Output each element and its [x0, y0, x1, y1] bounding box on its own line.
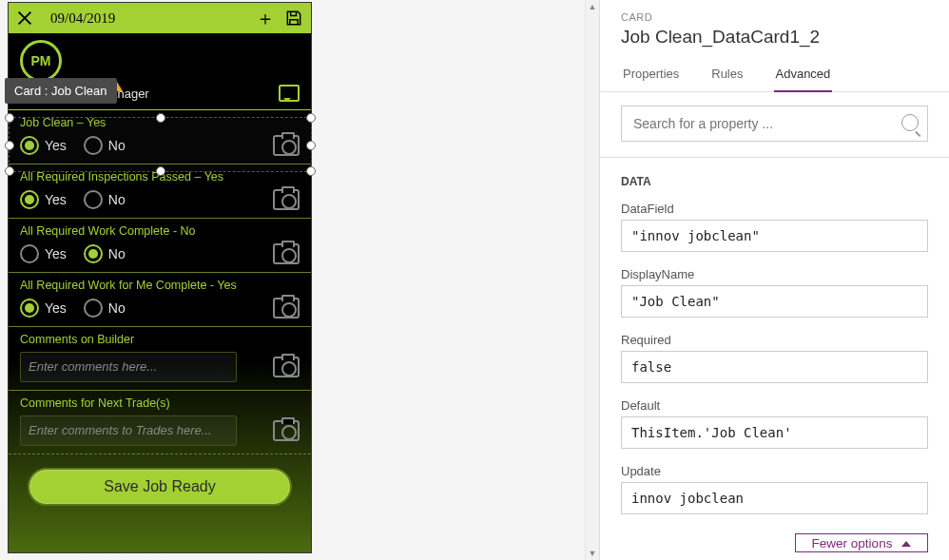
- pm-row: PM: [9, 33, 311, 81]
- selection-tooltip: Card : Job Clean: [5, 78, 117, 104]
- pane-caption: CARD: [621, 11, 928, 23]
- properties-pane: CARD Job Clean_DataCard1_2 Properties Ru…: [599, 0, 949, 560]
- field-label: All Required Work Complete - No: [20, 224, 300, 238]
- prop-label: Update: [621, 464, 928, 478]
- scroll-up-icon[interactable]: ▲: [586, 0, 599, 13]
- resize-handle[interactable]: [5, 141, 14, 150]
- comments-trades-input[interactable]: Enter comments to Trades here...: [20, 415, 237, 446]
- radio-yes[interactable]: Yes: [20, 190, 67, 209]
- radio-no[interactable]: No: [84, 244, 126, 263]
- resize-handle[interactable]: [156, 113, 165, 123]
- resize-handle[interactable]: [306, 113, 316, 123]
- prop-default: Default: [600, 393, 949, 458]
- prop-required-input[interactable]: [621, 351, 928, 383]
- tabs: Properties Rules Advanced: [600, 59, 949, 92]
- save-job-ready-button[interactable]: Save Job Ready: [28, 468, 292, 506]
- chevron-up-icon: [901, 536, 911, 547]
- prop-default-input[interactable]: [621, 416, 928, 449]
- selection-overlay[interactable]: [9, 117, 312, 172]
- section-data: DATA: [600, 157, 949, 196]
- pane-title: Job Clean_DataCard1_2: [621, 27, 928, 48]
- field-comments-trades: Comments for Next Trade(s) Enter comment…: [9, 391, 311, 454]
- camera-icon[interactable]: [273, 357, 300, 377]
- save-icon[interactable]: [284, 9, 303, 28]
- resize-handle[interactable]: [306, 166, 316, 176]
- preview-area: 09/04/2019 ＋ PM ★ ★ ★ ★ HR Manager Job C…: [0, 0, 599, 560]
- search-input[interactable]: [621, 106, 928, 142]
- prop-displayname: DisplayName: [600, 261, 949, 327]
- tab-advanced[interactable]: Advanced: [774, 59, 833, 92]
- prop-datafield-input[interactable]: [621, 220, 928, 252]
- camera-icon[interactable]: [273, 298, 300, 319]
- radio-yes[interactable]: Yes: [20, 244, 67, 263]
- field-comments-builder: Comments on Builder Enter comments here.…: [9, 327, 311, 391]
- resize-handle[interactable]: [5, 166, 14, 176]
- close-icon[interactable]: [16, 10, 33, 27]
- resize-handle[interactable]: [156, 166, 165, 176]
- radio-yes[interactable]: Yes: [20, 299, 67, 318]
- resize-handle[interactable]: [5, 113, 14, 123]
- preview-scrollbar[interactable]: ▲ ▼: [585, 0, 599, 560]
- camera-icon[interactable]: [273, 420, 300, 441]
- prop-label: DataField: [621, 202, 928, 216]
- field-work-complete: All Required Work Complete - No Yes No: [9, 219, 311, 273]
- prop-label: Required: [621, 333, 928, 347]
- field-label: All Required Work for Me Complete - Yes: [20, 279, 300, 292]
- pm-badge: PM: [20, 40, 62, 82]
- prop-label: Default: [621, 398, 928, 413]
- prop-label: DisplayName: [621, 267, 928, 281]
- prop-update: Update: [600, 458, 949, 524]
- prop-update-input[interactable]: [621, 482, 928, 514]
- radio-no[interactable]: No: [84, 299, 126, 318]
- search-icon: [901, 114, 919, 131]
- comments-builder-input[interactable]: Enter comments here...: [20, 352, 237, 382]
- prop-required: Required: [600, 327, 949, 393]
- scroll-down-icon[interactable]: ▼: [586, 547, 599, 560]
- field-label: Comments for Next Trade(s): [20, 396, 300, 410]
- field-work-for-me: All Required Work for Me Complete - Yes …: [9, 273, 311, 327]
- resize-handle[interactable]: [306, 141, 316, 150]
- fewer-options-button[interactable]: Fewer options: [795, 533, 928, 552]
- header-date: 09/04/2019: [50, 10, 246, 27]
- field-label: Comments on Builder: [20, 333, 300, 346]
- camera-icon[interactable]: [273, 243, 300, 264]
- fewer-options-label: Fewer options: [812, 536, 893, 550]
- chat-icon[interactable]: [279, 85, 300, 102]
- camera-icon[interactable]: [273, 189, 300, 210]
- prop-displayname-input[interactable]: [621, 285, 928, 318]
- tab-properties[interactable]: Properties: [621, 59, 681, 91]
- radio-no[interactable]: No: [84, 190, 126, 209]
- tab-rules[interactable]: Rules: [709, 59, 745, 91]
- prop-datafield: DataField: [600, 196, 949, 261]
- app-header: 09/04/2019 ＋: [9, 3, 311, 33]
- add-icon[interactable]: ＋: [256, 9, 275, 28]
